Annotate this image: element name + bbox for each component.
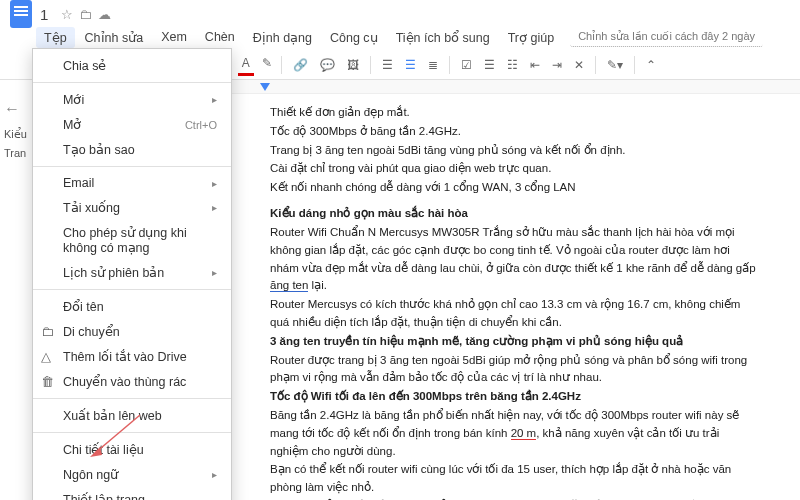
align-left-button[interactable]: ☰ bbox=[378, 55, 397, 75]
edit-mode-button[interactable]: ✎▾ bbox=[603, 55, 627, 75]
outline-item[interactable]: Tran bbox=[4, 147, 26, 159]
back-icon[interactable]: ← bbox=[4, 100, 26, 118]
menu-insert[interactable]: Chèn bbox=[197, 27, 243, 47]
doc-text: Thiết kế đơn giản đẹp mắt. bbox=[270, 104, 760, 122]
cloud-icon[interactable]: ☁ bbox=[98, 7, 111, 22]
docs-logo[interactable] bbox=[10, 0, 32, 28]
menu-offline[interactable]: Cho phép sử dụng khi không có mạng bbox=[33, 220, 231, 260]
menu-publish[interactable]: Xuất bản lên web bbox=[33, 403, 231, 428]
menu-view[interactable]: Xem bbox=[153, 27, 195, 47]
clear-format-button[interactable]: ✕ bbox=[570, 55, 588, 75]
menu-download[interactable]: Tải xuống▸ bbox=[33, 195, 231, 220]
menu-history[interactable]: Lịch sử phiên bản▸ bbox=[33, 260, 231, 285]
menu-email[interactable]: Email▸ bbox=[33, 171, 231, 195]
menu-file[interactable]: Tệp bbox=[36, 27, 75, 48]
doc-text: Router được trang bị 3 ăng ten ngoài 5dB… bbox=[270, 352, 760, 388]
ruler[interactable] bbox=[230, 80, 800, 94]
doc-text: Tốc độ 300Mbps ở băng tần 2.4GHz. bbox=[270, 123, 760, 141]
dec-indent-button[interactable]: ⇤ bbox=[526, 55, 544, 75]
inc-indent-button[interactable]: ⇥ bbox=[548, 55, 566, 75]
doc-text: Băng tần 2.4GHz là băng tần phổ biến nhấ… bbox=[270, 407, 760, 460]
collapse-button[interactable]: ⌃ bbox=[642, 55, 660, 75]
menu-rename[interactable]: Đổi tên bbox=[33, 294, 231, 319]
menu-trash[interactable]: 🗑Chuyển vào thùng rác bbox=[33, 369, 231, 394]
doc-heading: 3 ăng ten truyền tín hiệu mạnh mẽ, tăng … bbox=[270, 333, 760, 351]
align-center-button[interactable]: ☰ bbox=[401, 55, 420, 75]
linespacing-button[interactable]: ≣ bbox=[424, 55, 442, 75]
menu-pagesetup[interactable]: Thiết lập trang bbox=[33, 487, 231, 500]
menu-makecopy[interactable]: Tạo bản sao bbox=[33, 137, 231, 162]
outline-item[interactable]: Kiểu bbox=[4, 128, 26, 141]
checklist-button[interactable]: ☑ bbox=[457, 55, 476, 75]
doc-text: Bạn có thể kết nối router wifi cùng lúc … bbox=[270, 461, 760, 497]
doc-text: Cài đặt chỉ trong vài phút qua giao diện… bbox=[270, 160, 760, 178]
file-menu-dropdown: Chia sẻ Mới▸ MởCtrl+O Tạo bản sao Email▸… bbox=[32, 48, 232, 500]
menu-new[interactable]: Mới▸ bbox=[33, 87, 231, 112]
menu-tools[interactable]: Công cụ bbox=[322, 27, 386, 48]
link-button[interactable]: 🔗 bbox=[289, 55, 312, 75]
bulletlist-button[interactable]: ☰ bbox=[480, 55, 499, 75]
menu-addshortcut[interactable]: △Thêm lối tắt vào Drive bbox=[33, 344, 231, 369]
star-icon[interactable]: ☆ bbox=[61, 7, 73, 22]
menu-edit[interactable]: Chỉnh sửa bbox=[77, 27, 152, 48]
doc-text: Trang bị 3 ăng ten ngoài 5dBi tăng vùng … bbox=[270, 142, 760, 160]
comment-button[interactable]: 💬 bbox=[316, 55, 339, 75]
last-edit[interactable]: Chỉnh sửa lần cuối cách đây 2 ngày bbox=[570, 27, 763, 47]
menu-open[interactable]: MởCtrl+O bbox=[33, 112, 231, 137]
menu-help[interactable]: Trợ giúp bbox=[500, 27, 562, 48]
menu-details[interactable]: Chi tiết tài liệu bbox=[33, 437, 231, 462]
numlist-button[interactable]: ☷ bbox=[503, 55, 522, 75]
menu-language[interactable]: Ngôn ngữ▸ bbox=[33, 462, 231, 487]
menu-move[interactable]: 🗀Di chuyển bbox=[33, 319, 231, 344]
document-body[interactable]: Thiết kế đơn giản đẹp mắt. Tốc độ 300Mbp… bbox=[230, 94, 800, 500]
doc-text: Router Wifi Chuẩn N Mercusys MW305R Trắn… bbox=[270, 224, 760, 295]
highlight-button[interactable]: ✎ bbox=[258, 53, 274, 76]
doc-title[interactable]: 1 bbox=[40, 6, 48, 23]
menu-format[interactable]: Định dạng bbox=[245, 27, 320, 48]
textcolor-button[interactable]: A bbox=[238, 53, 254, 76]
image-button[interactable]: 🖼 bbox=[343, 55, 363, 75]
doc-heading: Tốc độ Wifi tối đa lên đến 300Mbps trên … bbox=[270, 388, 760, 406]
drive-icon: △ bbox=[41, 349, 51, 364]
folder-icon[interactable]: 🗀 bbox=[79, 7, 92, 22]
menubar: Tệp Chỉnh sửa Xem Chèn Định dạng Công cụ… bbox=[0, 28, 800, 50]
trash-icon: 🗑 bbox=[41, 374, 54, 389]
folder-icon: 🗀 bbox=[41, 324, 54, 339]
menu-addons[interactable]: Tiện ích bổ sung bbox=[388, 27, 498, 48]
menu-share[interactable]: Chia sẻ bbox=[33, 53, 231, 78]
doc-heading: Kiểu dáng nhỏ gọn màu sắc hài hòa bbox=[270, 205, 760, 223]
doc-text: Kết nối nhanh chóng dễ dàng với 1 cổng W… bbox=[270, 179, 760, 197]
doc-text: Router Mercusys có kích thước khá nhỏ gọ… bbox=[270, 296, 760, 332]
